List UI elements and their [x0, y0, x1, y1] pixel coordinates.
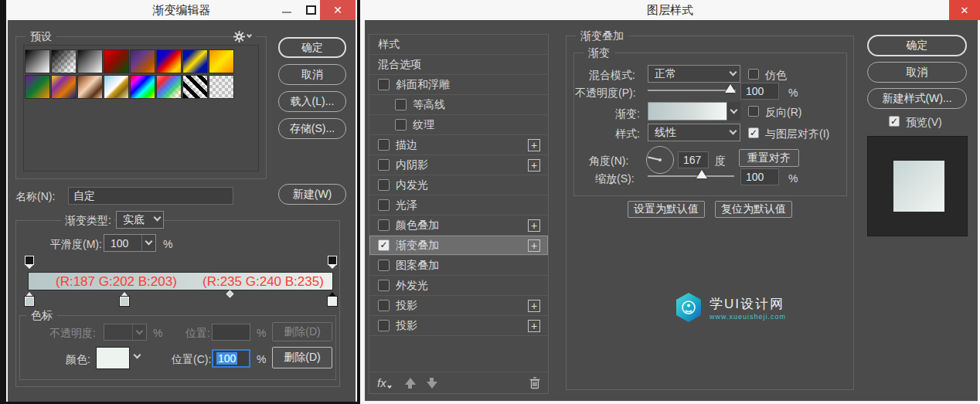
preset-swatch[interactable] — [209, 49, 234, 73]
preset-swatch[interactable] — [182, 49, 208, 73]
preset-swatch[interactable] — [51, 49, 77, 73]
ok-button[interactable]: 确定 — [867, 35, 967, 56]
dither-checkbox[interactable] — [748, 69, 759, 80]
preset-swatch[interactable] — [130, 49, 155, 73]
checkbox[interactable] — [395, 119, 407, 131]
load-button[interactable]: 载入(L)... — [278, 91, 346, 112]
opacity-stop-left[interactable] — [24, 256, 35, 269]
smoothness-select[interactable]: 100 — [104, 234, 156, 252]
reset-default-button[interactable]: 复位为默认值 — [715, 201, 792, 218]
style-item-drop-shadow[interactable]: 投影+ — [369, 296, 548, 316]
add-effect-icon[interactable]: + — [528, 239, 540, 252]
add-effect-icon[interactable]: + — [528, 300, 540, 312]
stop-position-c-label: 位置(C): — [172, 353, 211, 367]
style-item-contour[interactable]: 等高线 — [369, 95, 548, 115]
gradient-type-select[interactable]: 实底 — [116, 211, 164, 229]
cancel-button[interactable]: 取消 — [867, 62, 967, 83]
style-item-satin[interactable]: 光泽 — [369, 195, 548, 216]
new-button[interactable]: 新建(W) — [278, 184, 346, 205]
stop-color-swatch[interactable] — [97, 348, 129, 368]
style-item-outer-glow[interactable]: 外发光 — [369, 276, 548, 296]
preset-swatch[interactable] — [104, 75, 129, 99]
checkbox[interactable] — [378, 260, 390, 271]
style-item-drop-shadow-2[interactable]: 投影+ — [369, 316, 548, 336]
preset-swatch[interactable] — [156, 49, 182, 73]
checkbox-checked[interactable]: ✓ — [378, 239, 390, 251]
gradient-editor-titlebar[interactable]: 渐变编辑器 ✕ — [6, 0, 357, 20]
add-effect-icon[interactable]: + — [528, 159, 540, 171]
preset-swatch[interactable] — [182, 75, 208, 99]
cancel-button[interactable]: 取消 — [278, 64, 346, 85]
stop-position-c-input[interactable]: 100 — [212, 349, 250, 368]
blend-mode-select[interactable]: 正常 — [648, 65, 740, 83]
layer-style-titlebar[interactable]: 图层样式 ✕ — [360, 0, 980, 20]
style-item-inner-glow[interactable]: 内发光 — [369, 175, 548, 195]
move-effect-up-button[interactable] — [405, 378, 416, 389]
name-input[interactable]: 自定 — [68, 187, 233, 205]
move-effect-down-button[interactable] — [427, 378, 437, 389]
style-item-stroke[interactable]: 描边+ — [369, 135, 548, 155]
add-effect-icon[interactable]: + — [528, 320, 540, 332]
checkbox[interactable] — [378, 219, 390, 231]
set-default-button[interactable]: 设置为默认值 — [628, 201, 705, 218]
gradient-preview-arrow[interactable] — [726, 102, 740, 121]
ok-button[interactable]: 确定 — [278, 37, 346, 58]
preset-swatch[interactable] — [209, 75, 234, 99]
new-style-button[interactable]: 新建样式(W)... — [867, 88, 967, 109]
style-item-inner-shadow[interactable]: 内阴影+ — [369, 155, 548, 175]
preset-swatch[interactable] — [77, 49, 103, 73]
preset-swatch[interactable] — [104, 49, 129, 73]
preview-thumbnail — [867, 136, 968, 236]
style-item-blending-options[interactable]: 混合选项 — [369, 55, 548, 75]
scale-slider[interactable] — [648, 175, 734, 177]
style-item-bevel-emboss[interactable]: 斜面和浮雕 — [369, 75, 548, 95]
style-select[interactable]: 线性 — [648, 124, 740, 141]
angle-input[interactable]: 167 — [678, 151, 709, 168]
reset-align-button[interactable]: 重置对齐 — [739, 149, 799, 167]
style-item-gradient-overlay[interactable]: ✓渐变叠加+ — [369, 236, 548, 256]
checkbox[interactable] — [378, 280, 390, 291]
preset-swatch[interactable] — [77, 75, 103, 99]
add-effect-icon[interactable]: + — [528, 219, 540, 232]
color-stop-left[interactable] — [24, 292, 35, 306]
preset-swatch[interactable] — [25, 75, 50, 99]
close-button[interactable]: ✕ — [949, 0, 980, 20]
color-stop-right[interactable] — [327, 292, 338, 306]
opacity-slider[interactable] — [648, 90, 736, 91]
gradient-preview[interactable] — [648, 102, 726, 121]
fx-button[interactable]: fx — [377, 376, 386, 389]
delete-color-stop-button[interactable]: 删除(D) — [272, 347, 332, 368]
save-button[interactable]: 存储(S)... — [278, 118, 346, 139]
style-item-pattern-overlay[interactable]: 图案叠加 — [369, 256, 548, 276]
style-item-color-overlay[interactable]: 颜色叠加+ — [369, 216, 548, 236]
layer-style-title: 图层样式 — [360, 3, 980, 18]
scale-slider-thumb[interactable] — [696, 170, 707, 178]
trash-icon[interactable] — [529, 377, 540, 389]
align-checkbox[interactable]: ✓ — [748, 127, 759, 138]
checkbox[interactable] — [395, 99, 407, 110]
checkbox[interactable] — [378, 179, 390, 191]
minimize-icon[interactable] — [282, 12, 291, 13]
opacity-input[interactable]: 100 — [740, 83, 779, 100]
checkbox[interactable] — [378, 159, 390, 171]
preset-swatch[interactable] — [51, 75, 77, 99]
scale-input[interactable]: 100 — [740, 168, 779, 185]
close-button[interactable]: ✕ — [320, 0, 356, 20]
opacity-stop-right[interactable] — [327, 256, 338, 269]
preview-checkbox[interactable]: ✓ — [889, 116, 900, 127]
checkbox[interactable] — [378, 300, 390, 311]
maximize-icon[interactable] — [306, 5, 316, 15]
preset-swatch[interactable] — [156, 75, 182, 99]
preset-swatch[interactable] — [130, 75, 155, 99]
color-stop-middle[interactable] — [119, 292, 130, 306]
preset-swatch[interactable] — [25, 49, 50, 73]
style-item-texture[interactable]: 纹理 — [369, 115, 548, 135]
add-effect-icon[interactable]: + — [528, 139, 540, 151]
reverse-checkbox[interactable] — [748, 106, 759, 117]
opacity-slider-thumb[interactable] — [725, 84, 736, 93]
checkbox[interactable] — [378, 79, 390, 90]
checkbox[interactable] — [378, 139, 390, 151]
presets-menu-button[interactable] — [233, 29, 257, 43]
checkbox[interactable] — [378, 199, 390, 211]
checkbox[interactable] — [378, 320, 390, 331]
